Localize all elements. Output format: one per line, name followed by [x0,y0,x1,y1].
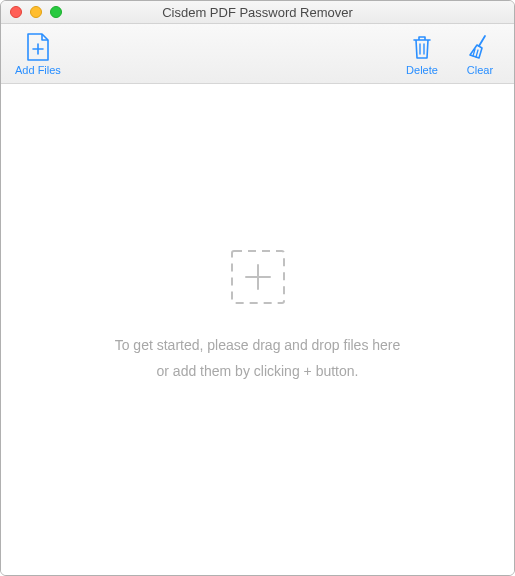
maximize-window-button[interactable] [50,6,62,18]
minimize-window-button[interactable] [30,6,42,18]
add-files-label: Add Files [15,64,61,76]
delete-button[interactable]: Delete [402,32,442,76]
add-files-button[interactable]: Add Files [15,32,61,76]
add-files-icon [25,32,51,62]
traffic-lights [1,6,62,18]
clear-label: Clear [467,64,493,76]
close-window-button[interactable] [10,6,22,18]
drop-placeholder-icon [226,245,290,313]
clear-button[interactable]: Clear [460,32,500,76]
drop-zone-text: To get started, please drag and drop fil… [115,333,401,383]
toolbar: Add Files Delete Clear [1,24,514,84]
drop-zone-line2: or add them by clicking + button. [115,359,401,384]
titlebar: Cisdem PDF Password Remover [1,1,514,24]
drop-zone[interactable]: To get started, please drag and drop fil… [1,84,514,575]
delete-label: Delete [406,64,438,76]
trash-icon [410,32,434,62]
drop-zone-line1: To get started, please drag and drop fil… [115,333,401,358]
window-title: Cisdem PDF Password Remover [1,5,514,20]
broom-icon [467,32,493,62]
